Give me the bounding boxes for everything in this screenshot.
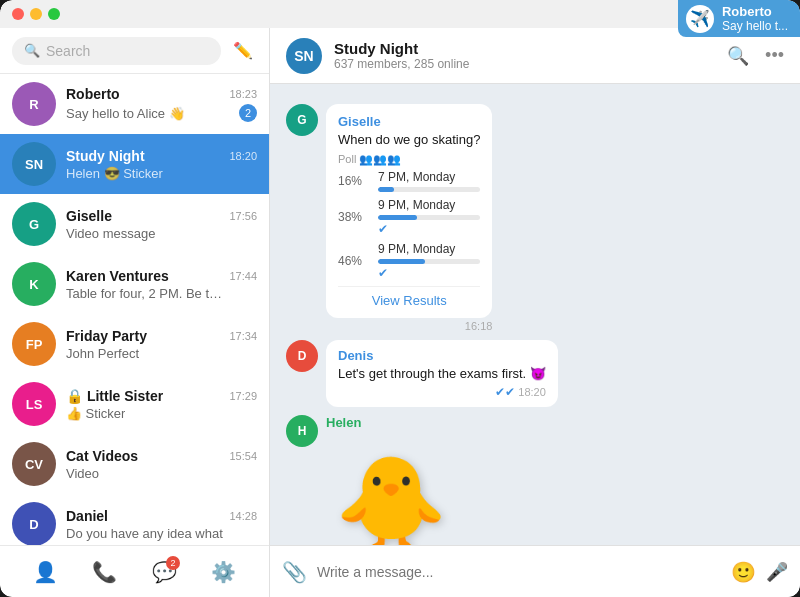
chat-name-label: 🔒 Little Sister (66, 388, 163, 404)
message-row-denis: D Denis Let's get through the exams firs… (286, 340, 784, 407)
chat-item-cat-videos[interactable]: CV Cat Videos 15:54 Video (0, 434, 269, 494)
msg-time-giselle: 16:18 (326, 320, 492, 332)
poll-message: Giselle When do we go skating? Poll 👥👥👥 … (326, 104, 492, 318)
msg-text-giselle: When do we go skating? (338, 131, 480, 149)
sidebar-header: 🔍 Search ✏️ (0, 28, 269, 74)
chat-preview: Video message (66, 226, 155, 241)
chat-header-avatar: SN (286, 38, 322, 74)
close-button[interactable] (12, 8, 24, 20)
search-icon: 🔍 (24, 43, 40, 58)
chat-preview: John Perfect (66, 346, 139, 361)
poll-option-1: 16% 7 PM, Monday (338, 170, 480, 192)
chat-badge: 2 (166, 556, 180, 570)
avatar: D (12, 502, 56, 545)
chat-name-label: Giselle (66, 208, 112, 224)
emoji-icon[interactable]: 🙂 (731, 560, 756, 584)
msg-avatar-denis: D (286, 340, 318, 372)
chat-item-karen[interactable]: K Karen Ventures 17:44 Table for four, 2… (0, 254, 269, 314)
chat-members: 637 members, 285 online (334, 57, 715, 71)
settings-button[interactable]: ⚙️ (205, 554, 241, 590)
traffic-lights (12, 8, 60, 20)
msg-text-denis: Let's get through the exams first. 😈 (338, 365, 546, 383)
poll-option-2: 38% 9 PM, Monday ✔ (338, 198, 480, 236)
chat-name-label: Daniel (66, 508, 108, 524)
chat-name-label: Roberto (66, 86, 120, 102)
chat-preview: Video (66, 466, 99, 481)
notif-message: Say hello t... (722, 19, 788, 33)
chat-item-giselle[interactable]: G Giselle 17:56 Video message (0, 194, 269, 254)
poll-bar-2 (378, 215, 417, 220)
msg-avatar-helen: H (286, 415, 318, 447)
chat-name-label: Friday Party (66, 328, 147, 344)
chat-time: 17:44 (229, 270, 257, 282)
view-results-button[interactable]: View Results (338, 286, 480, 308)
chat-name-label: Karen Ventures (66, 268, 169, 284)
message-row: G Giselle When do we go skating? Poll 👥👥… (286, 104, 784, 332)
avatar: FP (12, 322, 56, 366)
chat-item-study-night[interactable]: SN Study Night 18:20 Helen 😎 Sticker (0, 134, 269, 194)
search-header-icon[interactable]: 🔍 (727, 45, 749, 67)
chat-item-friday-party[interactable]: FP Friday Party 17:34 John Perfect (0, 314, 269, 374)
msg-sender-denis: Denis (338, 348, 546, 363)
search-bar[interactable]: 🔍 Search (12, 37, 221, 65)
chat-time: 17:29 (229, 390, 257, 402)
maximize-button[interactable] (48, 8, 60, 20)
chat-time: 17:34 (229, 330, 257, 342)
chat-time: 14:28 (229, 510, 257, 522)
chat-item-roberto[interactable]: R Roberto 18:23 Say hello to Alice 👋 2 (0, 74, 269, 134)
avatar: G (12, 202, 56, 246)
notification-bar[interactable]: ✈️ Roberto Say hello t... (678, 0, 800, 37)
msg-sender-helen: Helen (326, 415, 456, 430)
sticker-message: 🐥 (326, 434, 456, 545)
duck-sticker: 🐥 (326, 438, 456, 545)
chat-item-daniel[interactable]: D Daniel 14:28 Do you have any idea what (0, 494, 269, 545)
person-icon: 👤 (33, 560, 58, 584)
calls-button[interactable]: 📞 (87, 554, 123, 590)
message-input[interactable] (317, 564, 721, 580)
telegram-logo: ✈️ (686, 5, 714, 33)
sidebar: 🔍 Search ✏️ R Roberto 18:23 Say hello to… (0, 28, 270, 597)
message-input-bar: 📎 🙂 🎤 (270, 545, 800, 597)
msg-avatar-giselle: G (286, 104, 318, 136)
avatar: CV (12, 442, 56, 486)
chat-item-little-sister[interactable]: LS 🔒 Little Sister 17:29 👍 Sticker (0, 374, 269, 434)
gear-icon: ⚙️ (211, 560, 236, 584)
compose-icon: ✏️ (233, 41, 253, 60)
poll-bar-3 (378, 259, 425, 264)
chats-button[interactable]: 💬 2 (146, 554, 182, 590)
search-input[interactable]: Search (46, 43, 90, 59)
avatar: K (12, 262, 56, 306)
chat-area: SN Study Night 637 members, 285 online 🔍… (270, 28, 800, 597)
chat-name-label: Cat Videos (66, 448, 138, 464)
more-options-icon[interactable]: ••• (765, 45, 784, 66)
chat-name: Study Night (334, 40, 715, 57)
poll-bar-1 (378, 187, 394, 192)
message-row-helen: H Helen 🐥 18:20 (286, 415, 784, 545)
mic-icon[interactable]: 🎤 (766, 561, 788, 583)
avatar: LS (12, 382, 56, 426)
contacts-button[interactable]: 👤 (28, 554, 64, 590)
chat-preview: Helen 😎 Sticker (66, 166, 163, 181)
header-actions: 🔍 ••• (727, 45, 784, 67)
chat-time: 18:20 (229, 150, 257, 162)
avatar: SN (12, 142, 56, 186)
messages-area: 🎈 🎈 🎈 🎈 🎈 🎈 🎈 🎈 🎈 🎈 🎈 G (270, 84, 800, 545)
attach-icon[interactable]: 📎 (282, 560, 307, 584)
chat-preview: 👍 Sticker (66, 406, 125, 421)
unread-badge: 2 (239, 104, 257, 122)
poll-label: Poll 👥👥👥 (338, 153, 480, 166)
compose-button[interactable]: ✏️ (229, 37, 257, 65)
chat-preview: Table for four, 2 PM. Be there. (66, 286, 226, 301)
phone-icon: 📞 (92, 560, 117, 584)
chat-time: 18:23 (229, 88, 257, 100)
chat-time: 17:56 (229, 210, 257, 222)
chat-list: R Roberto 18:23 Say hello to Alice 👋 2 S… (0, 74, 269, 545)
chat-preview: Say hello to Alice 👋 (66, 106, 185, 121)
chat-time: 15:54 (229, 450, 257, 462)
chat-name-label: Study Night (66, 148, 145, 164)
poll-option-3: 46% 9 PM, Monday ✔ (338, 242, 480, 280)
minimize-button[interactable] (30, 8, 42, 20)
msg-time-denis: ✔✔ 18:20 (338, 385, 546, 399)
notif-user: Roberto (722, 4, 788, 19)
sidebar-bottom: 👤 📞 💬 2 ⚙️ (0, 545, 269, 597)
